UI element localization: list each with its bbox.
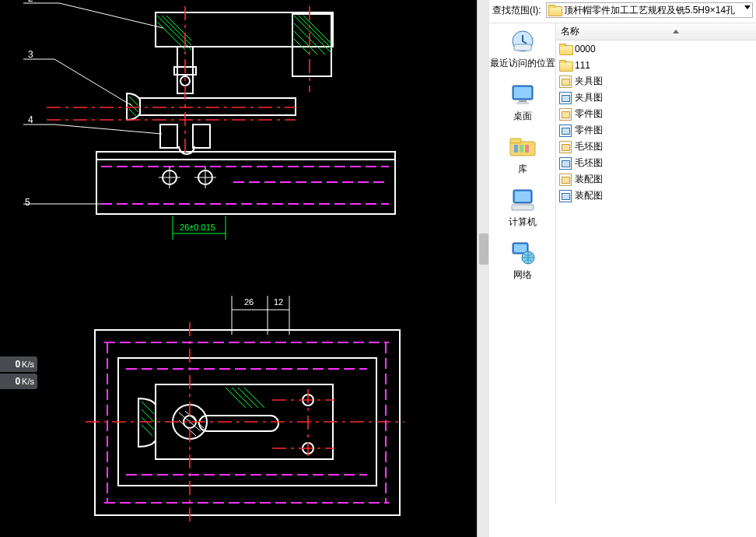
callout-2: 2	[28, 0, 33, 4]
dwg-blue-icon	[559, 157, 572, 170]
file-row[interactable]: 111	[556, 57, 756, 73]
svg-rect-63	[516, 102, 529, 104]
network-icon	[509, 240, 536, 265]
dwg-blue-icon	[559, 92, 572, 104]
svg-rect-62	[519, 100, 527, 102]
dwg-icon	[559, 75, 572, 88]
file-row[interactable]: 夹具图	[556, 90, 756, 106]
file-row[interactable]: 毛坯图	[556, 155, 756, 171]
callout-5: 5	[25, 197, 30, 208]
folder-icon	[548, 5, 561, 16]
place-network[interactable]: 网络	[509, 240, 537, 282]
computer-icon	[509, 188, 536, 212]
net-speed-up: 0K/s	[0, 356, 37, 372]
file-row[interactable]: 装配图	[556, 188, 756, 204]
svg-rect-68	[525, 145, 529, 153]
file-row[interactable]: 零件图	[556, 122, 756, 139]
file-name: 装配图	[575, 173, 603, 186]
sort-asc-icon	[673, 30, 679, 33]
svg-rect-71	[512, 205, 534, 210]
svg-rect-59	[514, 44, 531, 51]
cad-vertical-scrollbar[interactable]	[477, 0, 489, 537]
file-row[interactable]: 夹具图	[556, 73, 756, 90]
svg-line-29	[54, 59, 132, 106]
svg-rect-7	[140, 98, 296, 115]
open-file-dialog: 查找范围(I): 顶杆帽零件加工工艺规程及铣5.5H9×14孔 最近访问的位置	[489, 0, 756, 537]
place-desktop[interactable]: 桌面	[509, 81, 537, 123]
chevron-down-icon	[744, 5, 751, 9]
svg-rect-2	[156, 12, 333, 47]
file-name: 零件图	[575, 124, 603, 137]
svg-rect-42	[199, 416, 278, 431]
library-icon	[509, 135, 537, 159]
file-name: 毛坯图	[575, 140, 603, 153]
dwg-icon	[559, 174, 572, 186]
svg-rect-0	[96, 160, 395, 214]
svg-rect-3	[292, 14, 331, 76]
cad-viewport[interactable]: 26±0.015 2 3 4 5 26 12	[0, 0, 477, 537]
folder-icon	[559, 60, 572, 71]
svg-line-31	[54, 125, 162, 134]
dimension-text: 26±0.015	[180, 223, 215, 232]
svg-rect-65	[510, 139, 521, 143]
scrollbar-thumb[interactable]	[479, 233, 488, 265]
file-name: 111	[575, 60, 590, 71]
look-in-dropdown[interactable]: 顶杆帽零件加工工艺规程及铣5.5H9×14孔	[546, 2, 753, 18]
dimension-26: 26	[244, 297, 254, 307]
recent-icon	[509, 29, 536, 54]
file-name: 0000	[575, 44, 596, 54]
callout-4: 4	[28, 114, 33, 125]
file-name: 零件图	[575, 107, 603, 121]
svg-line-27	[59, 3, 163, 28]
file-name: 夹具图	[575, 91, 603, 104]
file-list: 名称 0000111夹具图夹具图零件图零件图毛坯图毛坯图装配图装配图	[556, 23, 756, 504]
svg-rect-15	[160, 125, 177, 148]
current-folder-name: 顶杆帽零件加工工艺规程及铣5.5H9×14孔	[564, 4, 735, 17]
dwg-icon	[559, 141, 572, 153]
svg-rect-73	[514, 244, 527, 252]
desktop-icon	[509, 82, 536, 106]
dwg-icon	[559, 108, 572, 121]
svg-rect-16	[193, 125, 210, 148]
dwg-blue-icon	[559, 125, 572, 137]
file-row[interactable]: 零件图	[556, 106, 756, 122]
svg-point-6	[180, 76, 190, 86]
file-row[interactable]: 0000	[556, 40, 756, 57]
dwg-blue-icon	[559, 190, 572, 202]
place-computer[interactable]: 计算机	[509, 187, 537, 229]
places-bar: 最近访问的位置 桌面	[489, 23, 556, 504]
folder-icon	[559, 44, 572, 54]
place-recent[interactable]: 最近访问的位置	[490, 28, 555, 70]
dimension-12: 12	[274, 297, 283, 307]
callout-3: 3	[28, 49, 33, 60]
search-scope-label: 查找范围(I):	[492, 4, 541, 17]
svg-rect-1	[96, 152, 395, 160]
cad-drawing: 26±0.015 2 3 4 5 26 12	[0, 0, 477, 537]
file-name: 装配图	[575, 189, 603, 202]
svg-rect-67	[520, 145, 523, 153]
file-name: 毛坯图	[575, 156, 603, 170]
svg-rect-66	[514, 145, 518, 153]
svg-rect-70	[515, 191, 530, 202]
svg-rect-61	[514, 87, 531, 98]
file-name: 夹具图	[575, 75, 603, 88]
column-header-name[interactable]: 名称	[556, 23, 756, 40]
file-row[interactable]: 毛坯图	[556, 139, 756, 155]
place-library[interactable]: 库	[509, 134, 537, 176]
net-speed-down: 0K/s	[0, 374, 37, 389]
file-row[interactable]: 装配图	[556, 171, 756, 188]
